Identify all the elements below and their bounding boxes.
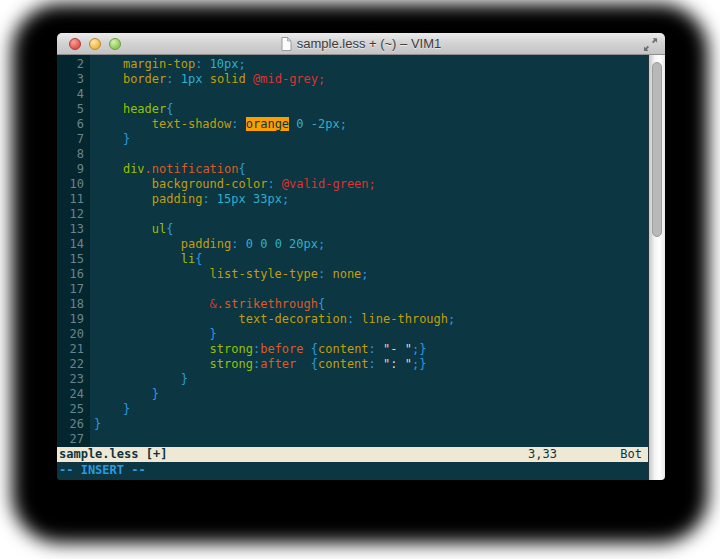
code-line: 20 } [57,327,648,342]
code-line: 23 } [57,372,648,387]
title-bar[interactable]: sample.less + (~) – VIM1 [57,33,665,55]
fullscreen-icon[interactable] [643,37,658,52]
insert-mode-indicator: -- INSERT -- [59,463,146,478]
status-bar: sample.less [+] 3,33 Bot [57,447,648,462]
code-line: 4 [57,87,648,102]
mode-line: -- INSERT -- [57,462,648,480]
code-line: 7 } [57,132,648,147]
code-line: 16 list-style-type: none; [57,267,648,282]
status-filename: sample.less [+] [59,447,167,462]
scrollbar[interactable] [648,55,665,480]
code-line: 25 } [57,402,648,417]
editor-area[interactable]: 2 margin-top: 10px;3 border: 1px solid @… [57,55,648,480]
title-group: sample.less + (~) – VIM1 [281,36,442,51]
vim-content: 2 margin-top: 10px;3 border: 1px solid @… [57,55,665,480]
code-line: 22 strong:after {content: ": ";} [57,357,648,372]
window-title: sample.less + (~) – VIM1 [297,36,442,51]
code-line: 24 } [57,387,648,402]
document-icon [281,37,292,51]
code-line: 8 [57,147,648,162]
status-ruler: 3,33 [528,447,557,462]
code-lines: 2 margin-top: 10px;3 border: 1px solid @… [57,57,648,447]
close-button[interactable] [69,38,81,50]
code-line: 15 li{ [57,252,648,267]
code-line: 21 strong:before {content: "- ";} [57,342,648,357]
vim-window: sample.less + (~) – VIM1 2 margin-top: 1… [57,33,665,480]
screenshot: sample.less + (~) – VIM1 2 margin-top: 1… [0,0,720,559]
code-line: 2 margin-top: 10px; [57,57,648,72]
window-controls [69,33,121,55]
code-line: 27 [57,432,648,447]
code-line: 6 text-shadow: orange 0 -2px; [57,117,648,132]
code-line: 26} [57,417,648,432]
code-line: 13 ul{ [57,222,648,237]
code-line: 17 [57,282,648,297]
minimize-button[interactable] [89,38,101,50]
code-line: 10 background-color: @valid-green; [57,177,648,192]
code-line: 14 padding: 0 0 0 20px; [57,237,648,252]
code-line: 3 border: 1px solid @mid-grey; [57,72,648,87]
code-line: 9 div.notification{ [57,162,648,177]
code-line: 12 [57,207,648,222]
code-line: 18 &.strikethrough{ [57,297,648,312]
status-scroll-position: Bot [620,447,642,462]
zoom-button[interactable] [109,38,121,50]
code-line: 11 padding: 15px 33px; [57,192,648,207]
code-line: 19 text-decoration: line-through; [57,312,648,327]
code-line: 5 header{ [57,102,648,117]
scrollbar-thumb[interactable] [652,62,662,237]
